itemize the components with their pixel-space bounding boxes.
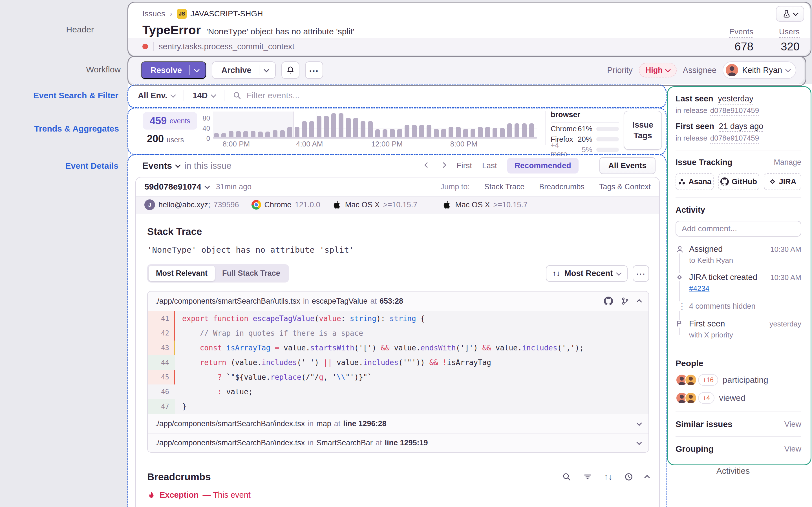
users-stat-header[interactable]: Users [779,27,800,38]
experiment-flask-button[interactable] [776,6,804,22]
priority-select[interactable]: High [639,63,677,77]
github-icon[interactable] [604,297,613,305]
chart-bar [273,130,277,137]
manage-link[interactable]: Manage [774,158,801,167]
filter-events-input[interactable] [246,91,444,101]
tab-most-relevant[interactable]: Most Relevant [149,266,215,281]
code-line: 44 return (value.includes(' ') || value.… [148,355,649,370]
flag-icon [675,320,683,328]
last-seen-label: Last seen [675,94,713,103]
replay-clock-icon[interactable] [624,472,633,482]
environment-select[interactable]: All Env. [138,91,175,100]
release-link[interactable]: d078e9107459 [710,106,759,116]
users-toggle[interactable]: 200 users [147,133,184,145]
jump-link-breadcrumbs[interactable]: Breadcrumbs [539,182,585,191]
next-event-button[interactable] [441,162,447,169]
asana-button[interactable]: Asana [675,173,714,190]
sort-icon[interactable]: ↑↓ [604,472,612,482]
last-event-link[interactable]: Last [482,161,497,170]
divider [675,150,801,151]
chevron-down-icon [194,67,200,72]
all-events-button[interactable]: All Events [599,157,656,174]
subscribe-bell-button[interactable] [282,61,299,79]
similar-issues-view-link[interactable]: View [784,420,801,429]
filter-icon[interactable] [583,472,592,482]
resolve-button[interactable]: Resolve [141,61,206,79]
frame-header-utils[interactable]: ./app/components/smartSearchBar/utils.ts… [148,291,649,311]
last-seen-value[interactable]: yesterday [718,94,753,105]
recommended-tab[interactable]: Recommended [507,158,578,173]
divider [589,159,589,172]
y-axis-tick-0: 0 [198,135,210,143]
jira-button[interactable]: JIRA [764,173,801,190]
frame-path: ./app/components/smartSearchBar/index.ts… [155,419,305,428]
collapse-frame-icon[interactable] [637,299,642,305]
search-icon[interactable] [562,472,571,482]
integration-name: GitHub [732,177,757,186]
integration-name: Asana [689,177,711,186]
date-range-value: 14D [193,91,207,100]
jira-ticket-link[interactable]: #4234 [689,284,709,293]
breadcrumb-separator-icon: › [170,9,172,18]
viewers-row[interactable]: +4 viewed [675,392,801,404]
os-context[interactable]: Mac OS X >=10.15.7 [333,200,417,209]
people-heading: People [675,358,801,368]
browser-context[interactable]: Chrome 121.0.0 [252,200,320,210]
javascript-platform-icon: JS [177,9,187,19]
os-context[interactable]: Mac OS X >=10.15.7 [443,200,527,209]
stack-trace-options-button[interactable]: ... [633,265,649,282]
archive-button[interactable]: Archive [212,61,275,79]
jump-link-tags-context[interactable]: Tags & Context [599,182,651,191]
tag-row-more[interactable]: +4 more 5% [551,145,619,154]
activity-sidebar: Last seen yesterday in released078e91074… [667,86,810,462]
suspect-commit-icon[interactable] [621,297,629,305]
jump-link-stack-trace[interactable]: Stack Trace [485,182,525,191]
frame-row-smartsearchbar[interactable]: ./app/components/smartSearchBar/index.ts… [148,433,649,452]
user-context[interactable]: J hello@abc.xyz; 739596 [144,200,239,210]
events-title: Events [142,161,172,171]
issue-culprit: sentry.tasks.process_commit_context [159,42,294,51]
archive-dropdown-button[interactable] [259,69,273,71]
issue-tags-button[interactable]: Issue Tags [624,111,662,150]
event-bar-chart[interactable] [213,112,537,137]
breadcrumb-issues-link[interactable]: Issues [142,9,165,18]
chart-bar [397,129,402,138]
tag-summary-browser: browser Chrome 61% Firefox 20% +4 more 5… [551,110,619,154]
expand-frame-icon[interactable] [637,420,642,426]
date-range-select[interactable]: 14D [193,91,215,100]
tab-full-stack-trace[interactable]: Full Stack Trace [215,266,288,281]
more-viewers-badge[interactable]: +4 [698,392,714,404]
more-participants-badge[interactable]: +16 [698,374,718,386]
release-prefix: in release [675,134,707,142]
frame-row-map[interactable]: ./app/components/smartSearchBar/index.ts… [148,414,649,433]
activity-item-hidden-comments[interactable]: ⋮ 4 comments hidden [675,301,801,311]
grouping-view-link[interactable]: View [784,445,801,453]
stack-trace-tabs: Most Relevant Full Stack Trace [147,264,289,283]
resolve-dropdown-button[interactable] [190,69,204,71]
asana-icon [678,178,686,186]
events-dropdown[interactable]: Events [142,161,180,171]
assignee-select[interactable]: Keith Ryan [723,61,796,79]
add-comment-input[interactable] [675,221,801,237]
github-button[interactable]: GitHub [718,173,759,190]
tag-row-chrome[interactable]: Chrome 61% [551,124,619,133]
more-actions-button[interactable]: ... [305,61,323,79]
sort-select[interactable]: ↑↓ Most Recent [546,265,627,282]
breadcrumb-exception-row[interactable]: Exception — This event [147,490,649,500]
expand-frame-icon[interactable] [637,439,642,445]
first-event-link[interactable]: First [457,161,472,170]
previous-event-button[interactable] [424,162,430,169]
issue-subtitle: 'NoneType' object has no attribute 'spli… [206,27,354,36]
event-id-dropdown[interactable]: 59d078e91074 [144,182,209,191]
release-link[interactable]: d078e9107459 [710,134,759,144]
frame-at-label: at [370,297,377,305]
participants-row[interactable]: +16 participating [675,374,801,386]
collapse-section-icon[interactable] [644,475,650,481]
chart-bar [449,127,453,137]
events-toggle-selected[interactable]: 459 events [143,112,197,129]
first-seen-value[interactable]: 21 days ago [719,122,763,132]
line-number: 44 [148,355,175,370]
activity-subtext: to Keith Ryan [689,256,801,265]
line-number: 45 [148,370,175,385]
events-stat-header[interactable]: Events [729,27,753,38]
